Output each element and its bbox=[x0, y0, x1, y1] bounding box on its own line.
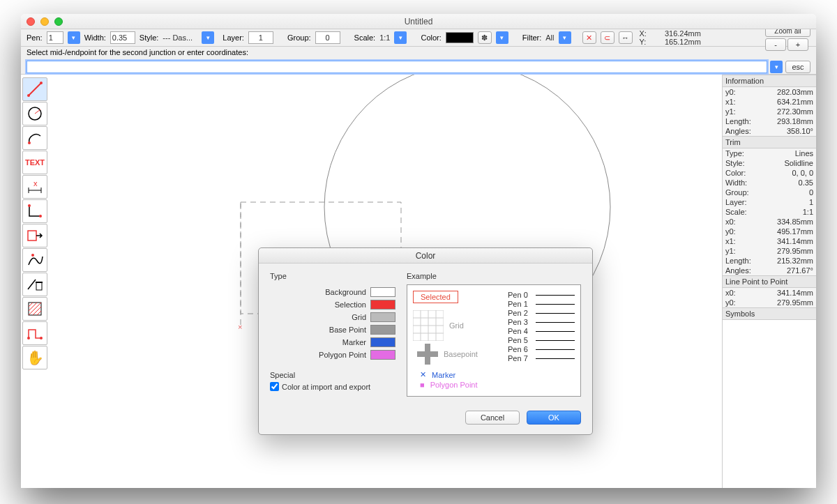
pen-row: Pen 4 bbox=[508, 327, 575, 335]
svg-rect-40 bbox=[417, 351, 438, 357]
esc-button[interactable]: esc bbox=[785, 61, 810, 73]
svg-line-22 bbox=[37, 311, 41, 315]
lpp-header: Line Point to Point bbox=[723, 275, 816, 288]
style-dropdown[interactable]: ▾ bbox=[202, 31, 214, 44]
scale-label: Scale: bbox=[354, 33, 376, 42]
y-label: Y: bbox=[640, 38, 647, 46]
filter-value: All bbox=[545, 33, 554, 42]
ortho-x-icon[interactable]: ✕ bbox=[582, 31, 596, 44]
pen-row: Pen 0 bbox=[508, 291, 575, 299]
cancel-button[interactable]: Cancel bbox=[465, 411, 520, 425]
basepoint-color-swatch[interactable] bbox=[370, 325, 395, 335]
svg-line-14 bbox=[28, 280, 36, 289]
color-label: Color: bbox=[421, 33, 441, 42]
info-panel: Information y0:282.03mm x1:634.21mm y1:2… bbox=[722, 75, 816, 488]
zoom-out-button[interactable]: - bbox=[765, 38, 786, 51]
style-label: Style: bbox=[140, 33, 159, 42]
layer-input[interactable] bbox=[248, 31, 273, 44]
window-title: Untitled bbox=[21, 17, 816, 26]
example-label: Example bbox=[407, 272, 581, 280]
example-box: Selected Grid Basepoint ✕Marker ■Polygon… bbox=[407, 284, 581, 397]
pen-row: Pen 3 bbox=[508, 318, 575, 326]
marker-icon: ✕ bbox=[420, 370, 426, 379]
svg-line-19 bbox=[29, 303, 37, 311]
color-dialog: Color Type Background Selection Grid Bas… bbox=[258, 247, 593, 435]
command-dropdown[interactable]: ▾ bbox=[770, 61, 783, 73]
import-export-checkbox[interactable] bbox=[270, 382, 279, 391]
pen-label: Pen: bbox=[27, 33, 43, 42]
circle-tool[interactable] bbox=[22, 102, 47, 125]
color-swatch[interactable] bbox=[446, 32, 474, 43]
svg-point-23 bbox=[27, 337, 30, 339]
line-tool[interactable] bbox=[22, 77, 47, 101]
marker-color-swatch[interactable] bbox=[370, 337, 395, 347]
pen-row: Pen 5 bbox=[508, 336, 575, 344]
ok-button[interactable]: OK bbox=[527, 411, 581, 425]
pen-row: Pen 7 bbox=[508, 354, 575, 362]
polyline-tool[interactable] bbox=[22, 321, 47, 345]
app-window: Untitled Pen: ▾ Width: Style: --- Das...… bbox=[21, 14, 816, 488]
arc-tool[interactable] bbox=[22, 126, 47, 150]
group-label: Group: bbox=[287, 33, 311, 42]
text-tool[interactable]: TEXT bbox=[22, 151, 47, 174]
pen-stepper[interactable]: ▾ bbox=[68, 31, 80, 44]
tool-palette: TEXT x ✋ bbox=[21, 75, 49, 488]
export-tool[interactable] bbox=[22, 224, 47, 247]
polypoint-icon: ■ bbox=[420, 381, 425, 389]
pen-row: Pen 6 bbox=[508, 345, 575, 353]
pen-input[interactable] bbox=[47, 31, 63, 44]
pan-tool[interactable]: ✋ bbox=[22, 346, 47, 369]
layer-label: Layer: bbox=[223, 33, 244, 42]
scale-value: 1:1 bbox=[379, 33, 390, 42]
svg-line-4 bbox=[35, 109, 40, 114]
filter-label: Filter: bbox=[522, 33, 542, 42]
curve-tool[interactable] bbox=[22, 248, 47, 272]
dimension-tool[interactable]: x bbox=[22, 175, 47, 199]
dialog-title: Color bbox=[259, 248, 592, 264]
svg-line-21 bbox=[33, 307, 41, 315]
pen-row: Pen 1 bbox=[508, 300, 575, 308]
delete-tool[interactable] bbox=[22, 273, 47, 296]
svg-point-24 bbox=[40, 337, 43, 339]
grid-icon bbox=[413, 310, 444, 341]
command-input-bar: ▾ esc bbox=[21, 59, 816, 75]
svg-text:x: x bbox=[33, 179, 38, 188]
grid-color-swatch[interactable] bbox=[370, 312, 395, 322]
y-value: 165.12mm bbox=[665, 38, 701, 46]
svg-point-10 bbox=[28, 204, 31, 207]
special-label: Special bbox=[270, 371, 395, 379]
corner-tool[interactable] bbox=[22, 199, 47, 223]
basepoint-icon bbox=[417, 344, 438, 365]
info-header: Information bbox=[723, 75, 816, 87]
main-toolbar: Pen: ▾ Width: Style: --- Das... ▾ Layer:… bbox=[21, 29, 816, 47]
hatch-tool[interactable] bbox=[22, 297, 47, 321]
svg-point-2 bbox=[40, 82, 43, 84]
svg-point-1 bbox=[27, 94, 30, 97]
filter-dropdown[interactable]: ▾ bbox=[559, 31, 571, 44]
titlebar: Untitled bbox=[21, 14, 816, 29]
svg-text:×: × bbox=[238, 323, 242, 331]
style-value: --- Das... bbox=[163, 33, 197, 42]
svg-point-11 bbox=[39, 215, 42, 217]
polypoint-color-swatch[interactable] bbox=[370, 350, 395, 360]
svg-line-0 bbox=[29, 83, 41, 96]
gear-icon[interactable]: ✽ bbox=[478, 31, 492, 44]
svg-point-5 bbox=[28, 142, 31, 144]
selection-color-swatch[interactable] bbox=[370, 300, 395, 310]
command-input[interactable] bbox=[27, 61, 767, 73]
svg-point-13 bbox=[31, 254, 34, 257]
zoom-in-button[interactable]: + bbox=[787, 38, 808, 51]
magnet-icon[interactable]: ⊂ bbox=[601, 31, 614, 44]
gear-dropdown[interactable]: ▾ bbox=[496, 31, 508, 44]
bg-color-swatch[interactable] bbox=[370, 287, 395, 297]
snap-icon[interactable]: ↔ bbox=[619, 31, 633, 44]
x-value: 316.24mm bbox=[665, 29, 701, 38]
symbols-header: Symbols bbox=[723, 307, 816, 320]
width-input[interactable] bbox=[110, 31, 135, 44]
svg-rect-12 bbox=[28, 231, 36, 240]
pen-row: Pen 2 bbox=[508, 309, 575, 317]
scale-dropdown[interactable]: ▾ bbox=[394, 31, 407, 44]
group-input[interactable] bbox=[315, 31, 340, 44]
selected-example: Selected bbox=[413, 291, 458, 303]
command-prompt: Select mid-/endpoint for the second junc… bbox=[21, 47, 816, 59]
